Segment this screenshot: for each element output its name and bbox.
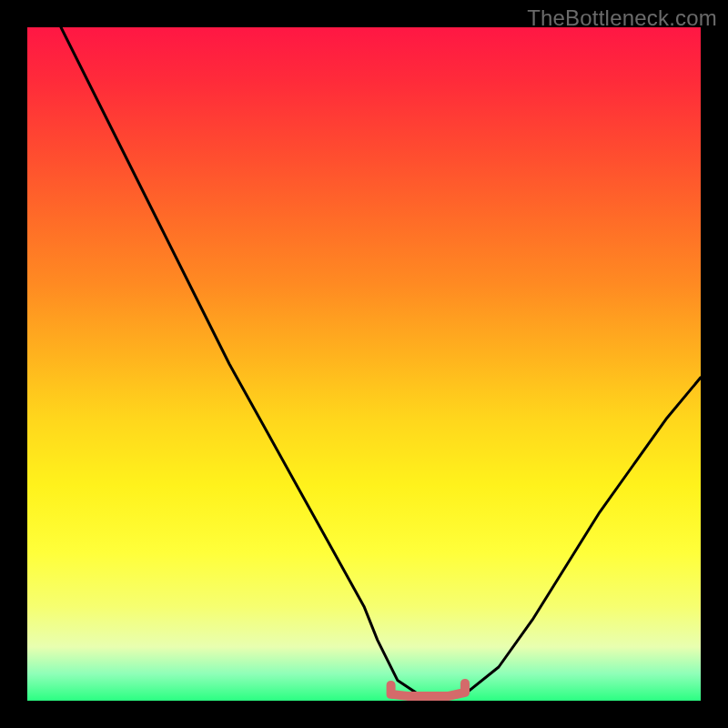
- optimal-range-marker: [391, 683, 465, 696]
- plot-area: [27, 27, 701, 701]
- curve-layer: [27, 27, 701, 701]
- bottleneck-curve: [61, 27, 701, 697]
- chart-frame: TheBottleneck.com: [0, 0, 728, 728]
- watermark-text: TheBottleneck.com: [527, 5, 717, 31]
